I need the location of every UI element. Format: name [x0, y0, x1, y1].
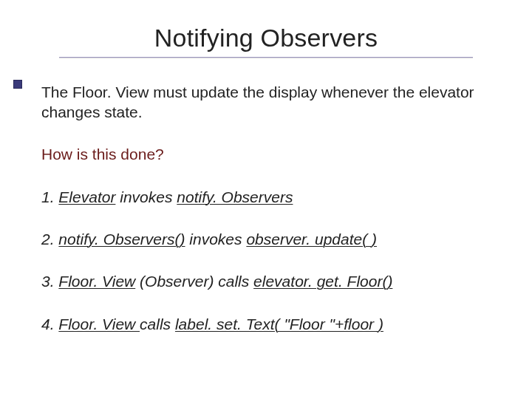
step-3: 3. Floor. View (Observer) calls elevator… [41, 271, 491, 291]
step-verb: calls [140, 316, 175, 332]
step-1: 1. Elevator invokes notify. Observers [41, 187, 491, 207]
step-subject: Elevator [58, 188, 115, 205]
slide: Notifying Observers The Floor. View must… [0, 0, 532, 399]
step-subject: Floor. View [58, 316, 140, 332]
step-number: 2. [41, 231, 58, 248]
title-bullet [13, 80, 22, 89]
step-number: 4. [41, 316, 58, 332]
step-4: 4. Floor. View calls label. set. Text( "… [41, 314, 491, 334]
step-number: 3. [41, 273, 58, 290]
step-verb: invokes [115, 188, 177, 205]
step-object: label. set. Text( "Floor "+floor ) [175, 316, 383, 332]
title-underline [59, 57, 473, 58]
step-object: observer. update( ) [246, 231, 377, 248]
step-subject: notify. Observers() [58, 231, 185, 248]
slide-body: The Floor. View must update the display … [41, 83, 491, 334]
step-object: notify. Observers [177, 188, 293, 205]
step-object: elevator. get. Floor() [253, 273, 392, 290]
step-subject: Floor. View [58, 273, 135, 290]
step-number: 1. [41, 188, 58, 205]
step-verb: invokes [185, 231, 247, 248]
slide-title: Notifying Observers [35, 24, 497, 52]
step-verb: (Observer) calls [135, 273, 253, 290]
step-2: 2. notify. Observers() invokes observer.… [41, 229, 491, 249]
question-text: How is this done? [41, 145, 491, 165]
intro-text: The Floor. View must update the display … [41, 83, 491, 123]
